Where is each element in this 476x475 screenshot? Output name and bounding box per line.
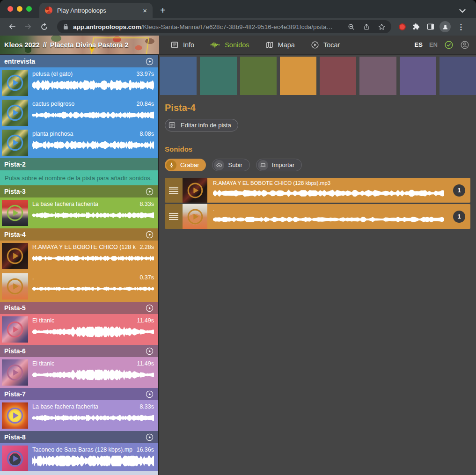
- sound-thumbnail[interactable]: [2, 100, 28, 126]
- breadcrumb-piece[interactable]: Placeta Divina Pastora 2: [50, 41, 129, 49]
- sound-thumbnail[interactable]: [183, 178, 207, 203]
- profile-avatar-icon[interactable]: [439, 21, 451, 32]
- nav-sonidos[interactable]: Sonidos: [210, 41, 249, 49]
- track-tab-7[interactable]: [400, 57, 436, 95]
- sound-play-icon[interactable]: [2, 273, 28, 300]
- sound-item[interactable]: pelusa (el gato)33.97s: [0, 68, 158, 98]
- sound-row-body[interactable]: R.AMAYA Y EL BOBOTE CHICO (128 kbps).mp3…: [207, 178, 470, 203]
- track-play-icon[interactable]: [145, 230, 154, 239]
- zoom-window-button[interactable]: [26, 6, 32, 12]
- track-name[interactable]: Pista-2: [4, 161, 26, 168]
- sound-play-icon[interactable]: [2, 200, 28, 226]
- sync-check-icon[interactable]: [444, 40, 454, 50]
- sound-name[interactable]: Taconeo de Sara Baras (128 kbps).mp3: [32, 446, 132, 454]
- track-header-pista-6[interactable]: Pista-6: [0, 345, 158, 357]
- drag-handle[interactable]: [165, 178, 183, 203]
- track-play-icon[interactable]: [145, 433, 154, 442]
- sound-name[interactable]: El titanic: [32, 317, 54, 325]
- sound-thumbnail[interactable]: [183, 204, 207, 229]
- sound-name[interactable]: R.AMAYA Y EL BOBOTE CHICO (128 kbps)....: [32, 243, 136, 251]
- import-button[interactable]: Importar: [256, 159, 302, 171]
- nav-tocar[interactable]: Tocar: [311, 41, 340, 49]
- sound-thumbnail[interactable]: [2, 273, 28, 300]
- sound-play-icon[interactable]: [2, 70, 28, 96]
- zoom-icon[interactable]: [347, 23, 355, 31]
- track-tab-2[interactable]: [200, 57, 236, 95]
- track-header-pista-2[interactable]: Pista-2: [0, 158, 158, 170]
- sound-play-icon[interactable]: [2, 316, 28, 343]
- lang-en[interactable]: EN: [429, 41, 438, 48]
- forward-button[interactable]: [22, 20, 35, 33]
- track-header-pista-4[interactable]: Pista-4: [0, 228, 158, 241]
- track-header-pista-5[interactable]: Pista-5: [0, 302, 158, 314]
- sound-item[interactable]: .0.37s: [0, 271, 158, 302]
- track-header-pista-3[interactable]: Pista-3: [0, 185, 158, 197]
- track-sound-row[interactable]: . 1: [165, 204, 470, 229]
- track-play-icon[interactable]: [145, 304, 154, 313]
- nav-mapa[interactable]: Mapa: [265, 41, 295, 49]
- track-play-icon[interactable]: [145, 390, 154, 399]
- sound-play-icon[interactable]: [2, 402, 28, 429]
- lang-es[interactable]: ES: [415, 41, 423, 48]
- track-name[interactable]: Pista-8: [4, 433, 26, 441]
- sound-item[interactable]: La base fachera facherita8.33s: [0, 198, 158, 228]
- track-tab-3[interactable]: [240, 57, 277, 95]
- side-panel-icon[interactable]: [426, 22, 435, 31]
- sound-thumbnail[interactable]: [2, 200, 28, 226]
- breadcrumb-project[interactable]: Kleos 2022: [4, 41, 40, 49]
- track-tab-1[interactable]: [160, 57, 197, 95]
- sound-name[interactable]: pelusa (el gato): [32, 70, 73, 78]
- sound-play-icon[interactable]: [2, 359, 28, 386]
- sound-play-icon[interactable]: [2, 446, 28, 471]
- tab-search-chevron-icon[interactable]: [459, 9, 466, 13]
- reload-button[interactable]: [37, 20, 51, 33]
- track-name[interactable]: Pista-4: [4, 231, 26, 238]
- ssl-lock-icon[interactable]: [63, 23, 69, 30]
- screen-record-extension-icon[interactable]: [399, 23, 406, 30]
- track-header-entrevista[interactable]: entrevista: [0, 55, 158, 67]
- sound-thumbnail[interactable]: [2, 316, 28, 343]
- sound-thumbnail[interactable]: [2, 243, 28, 269]
- sound-play-icon[interactable]: [183, 204, 207, 229]
- sound-thumbnail[interactable]: [2, 402, 28, 429]
- sound-item[interactable]: planta pinchosa8.08s: [0, 128, 158, 158]
- upload-button[interactable]: Subir: [212, 159, 249, 171]
- sound-play-icon[interactable]: [2, 130, 28, 156]
- track-name[interactable]: Pista-7: [4, 390, 26, 398]
- sound-item[interactable]: cactus peligroso20.84s: [0, 98, 158, 128]
- track-header-pista-8[interactable]: Pista-8: [0, 431, 158, 443]
- sound-item[interactable]: R.AMAYA Y EL BOBOTE CHICO (128 kbps)....…: [0, 241, 158, 271]
- sound-name[interactable]: .: [32, 274, 34, 282]
- url-text[interactable]: app.antropoloops.com/Kleos-Santa-Marina/…: [73, 23, 343, 30]
- sound-name[interactable]: cactus peligroso: [32, 100, 74, 108]
- track-tab-6[interactable]: [359, 57, 396, 95]
- sound-row-body[interactable]: . 1: [207, 204, 470, 229]
- track-tab-8[interactable]: [439, 57, 476, 95]
- track-play-icon[interactable]: [145, 187, 154, 196]
- record-button[interactable]: Grabar: [165, 159, 206, 171]
- track-play-icon[interactable]: [145, 347, 154, 356]
- track-tab-4-selected[interactable]: [280, 57, 316, 95]
- nav-info[interactable]: Info: [170, 41, 194, 49]
- bookmark-star-icon[interactable]: [378, 23, 386, 31]
- window-controls[interactable]: [0, 6, 39, 18]
- sound-play-icon[interactable]: [183, 178, 207, 203]
- track-tab-5[interactable]: [320, 57, 356, 95]
- minimize-window-button[interactable]: [17, 6, 22, 12]
- account-icon[interactable]: [460, 40, 469, 50]
- close-window-button[interactable]: [7, 6, 13, 12]
- track-name[interactable]: Pista-5: [4, 304, 26, 312]
- sound-thumbnail[interactable]: [2, 446, 28, 471]
- browser-tab[interactable]: Play Antropoloops ×: [39, 3, 153, 18]
- sound-play-icon[interactable]: [2, 100, 28, 126]
- sound-play-icon[interactable]: [2, 243, 28, 269]
- edit-track-info-button[interactable]: Editar info de pista: [165, 119, 238, 132]
- sound-name[interactable]: La base fachera facherita: [32, 403, 98, 411]
- sound-thumbnail[interactable]: [2, 70, 28, 96]
- new-tab-button[interactable]: +: [153, 6, 166, 18]
- back-button[interactable]: [6, 20, 19, 33]
- sound-item[interactable]: El titanic11.49s: [0, 314, 158, 344]
- sound-name[interactable]: planta pinchosa: [32, 130, 73, 138]
- share-icon[interactable]: [363, 23, 370, 31]
- track-sound-row[interactable]: R.AMAYA Y EL BOBOTE CHICO (128 kbps).mp3…: [165, 178, 470, 203]
